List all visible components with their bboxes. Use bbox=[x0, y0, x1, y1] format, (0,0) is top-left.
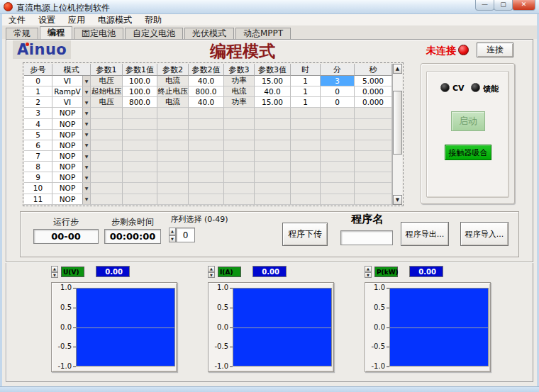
mode-dropdown[interactable]: NOP▼ bbox=[52, 119, 91, 130]
maximize-button[interactable]: ▢ bbox=[494, 0, 513, 11]
tab-0[interactable]: 常规 bbox=[6, 28, 38, 39]
table-cell bbox=[123, 140, 157, 151]
connect-button[interactable]: 连接 bbox=[477, 43, 513, 57]
table-cell[interactable]: 0 bbox=[321, 97, 355, 108]
table-cell[interactable]: 100.0 bbox=[123, 76, 157, 86]
table-cell: 起始电压 bbox=[91, 86, 123, 97]
tab-4[interactable]: 光伏模式 bbox=[184, 28, 234, 39]
table-cell[interactable]: 40.0 bbox=[255, 86, 291, 97]
dropdown-arrow-icon[interactable]: ▼ bbox=[82, 76, 90, 86]
axis-tick-mark bbox=[387, 327, 389, 328]
menu-bar: 文件设置应用电源模式帮助 bbox=[2, 14, 537, 26]
spinner-down-icon[interactable]: ▼ bbox=[51, 272, 58, 279]
table-cell[interactable]: 100.0 bbox=[123, 86, 157, 97]
spinner-up-icon[interactable]: ▲ bbox=[208, 266, 215, 272]
program-name-input[interactable] bbox=[340, 230, 393, 245]
table-cell[interactable]: 15.00 bbox=[255, 76, 291, 86]
table-cell bbox=[189, 151, 224, 162]
scroll-up-icon[interactable]: ▲ bbox=[393, 64, 402, 74]
mode-dropdown[interactable]: RampV▼ bbox=[52, 86, 91, 97]
spinner-down-icon[interactable]: ▼ bbox=[365, 272, 372, 279]
chart-spinner[interactable]: ▲▼ bbox=[51, 266, 58, 278]
menu-item-0[interactable]: 文件 bbox=[2, 14, 32, 26]
sequence-spinner[interactable]: ▲ ▼ bbox=[169, 228, 176, 242]
close-button[interactable]: ✕ bbox=[512, 0, 535, 11]
mode-dropdown[interactable]: NOP▼ bbox=[52, 162, 91, 172]
dropdown-arrow-icon[interactable]: ▼ bbox=[82, 183, 90, 193]
contactor-button[interactable]: 接触器吸合 bbox=[445, 145, 491, 160]
table-cell[interactable]: 0 bbox=[321, 86, 355, 97]
scrollbar-thumb[interactable] bbox=[393, 91, 402, 155]
table-cell[interactable]: 800.0 bbox=[189, 86, 224, 97]
mode-dropdown[interactable]: NOP▼ bbox=[52, 130, 91, 140]
mode-dropdown[interactable]: NOP▼ bbox=[52, 108, 91, 118]
dropdown-arrow-icon[interactable]: ▼ bbox=[82, 140, 90, 150]
dropdown-arrow-icon[interactable]: ▼ bbox=[82, 97, 90, 107]
table-cell[interactable]: 15.00 bbox=[255, 97, 291, 108]
dropdown-arrow-icon[interactable]: ▼ bbox=[82, 119, 90, 129]
sequence-input[interactable]: 0 bbox=[176, 228, 195, 242]
mode-dropdown[interactable]: NOP▼ bbox=[52, 140, 91, 151]
table-cell bbox=[224, 130, 255, 140]
table-cell[interactable]: 1 bbox=[291, 86, 321, 97]
menu-item-1[interactable]: 设置 bbox=[32, 14, 62, 26]
remaining-time-label: 步剩余时间 bbox=[104, 216, 161, 228]
dropdown-arrow-icon[interactable]: ▼ bbox=[82, 130, 90, 140]
chart-plot-area bbox=[389, 288, 489, 366]
table-cell[interactable]: 0.000 bbox=[355, 86, 392, 97]
table-row: 6NOP▼ bbox=[24, 140, 392, 151]
table-cell[interactable]: 40.0 bbox=[189, 76, 224, 86]
program-export-button[interactable]: 程序导出... bbox=[401, 222, 449, 246]
spinner-down-icon[interactable]: ▼ bbox=[169, 235, 176, 243]
mode-dropdown[interactable]: NOP▼ bbox=[52, 183, 91, 194]
program-download-button[interactable]: 程序下传 bbox=[282, 223, 328, 246]
table-cell[interactable]: 1 bbox=[291, 97, 321, 108]
table-cell: 1 bbox=[24, 86, 52, 97]
feed-energy-led-icon bbox=[471, 83, 480, 92]
axis-tick-mark bbox=[73, 347, 76, 347]
waveform-chart: 1.00.50.0-0.5-1.0 bbox=[208, 282, 334, 372]
table-cell bbox=[91, 140, 123, 151]
dropdown-arrow-icon[interactable]: ▼ bbox=[82, 86, 90, 96]
tab-5[interactable]: 动态MPPT bbox=[235, 28, 291, 39]
chart-spinner[interactable]: ▲▼ bbox=[365, 266, 372, 278]
start-button[interactable]: 启动 bbox=[451, 111, 485, 131]
spinner-down-icon[interactable]: ▼ bbox=[208, 272, 215, 279]
mode-dropdown[interactable]: NOP▼ bbox=[52, 194, 91, 205]
chart-spinner[interactable]: ▲▼ bbox=[208, 266, 215, 278]
program-import-button[interactable]: 程序导入... bbox=[460, 222, 509, 246]
table-cell bbox=[91, 194, 123, 205]
table-cell[interactable]: 3 bbox=[321, 76, 355, 86]
table-cell bbox=[255, 119, 291, 130]
mode-dropdown[interactable]: VI▼ bbox=[52, 76, 91, 86]
table-cell[interactable]: 0.000 bbox=[355, 97, 392, 108]
spinner-up-icon[interactable]: ▲ bbox=[169, 228, 176, 235]
dropdown-arrow-icon[interactable]: ▼ bbox=[82, 108, 90, 118]
tab-1[interactable]: 编程 bbox=[40, 26, 72, 39]
table-cell[interactable]: 40.0 bbox=[189, 97, 224, 108]
scroll-down-icon[interactable]: ▼ bbox=[393, 195, 402, 205]
axis-tick-label: 1.0 bbox=[367, 284, 385, 291]
dropdown-arrow-icon[interactable]: ▼ bbox=[82, 162, 90, 172]
table-scrollbar[interactable]: ▲ ▼ bbox=[392, 64, 402, 205]
dropdown-arrow-icon[interactable]: ▼ bbox=[82, 151, 90, 161]
chart-value-display: 0.00 bbox=[409, 266, 443, 277]
table-cell[interactable]: 1 bbox=[291, 76, 321, 86]
table-cell[interactable]: 800.0 bbox=[123, 97, 157, 108]
mode-dropdown[interactable]: VI▼ bbox=[52, 97, 91, 108]
tab-3[interactable]: 自定义电池 bbox=[125, 28, 183, 39]
menu-item-4[interactable]: 帮助 bbox=[138, 14, 168, 26]
tab-2[interactable]: 固定电池 bbox=[74, 28, 123, 39]
mode-dropdown[interactable]: NOP▼ bbox=[52, 172, 91, 183]
menu-item-3[interactable]: 电源模式 bbox=[91, 14, 138, 26]
menu-item-2[interactable]: 应用 bbox=[62, 14, 91, 26]
minimize-button[interactable]: — bbox=[475, 0, 494, 11]
table-cell bbox=[91, 172, 123, 183]
dropdown-arrow-icon[interactable]: ▼ bbox=[82, 172, 90, 182]
table-cell[interactable]: 5.000 bbox=[355, 76, 392, 86]
column-header: 时 bbox=[291, 64, 321, 76]
spinner-up-icon[interactable]: ▲ bbox=[365, 266, 372, 272]
spinner-up-icon[interactable]: ▲ bbox=[51, 266, 58, 272]
dropdown-arrow-icon[interactable]: ▼ bbox=[82, 194, 90, 204]
mode-dropdown[interactable]: NOP▼ bbox=[52, 151, 91, 162]
